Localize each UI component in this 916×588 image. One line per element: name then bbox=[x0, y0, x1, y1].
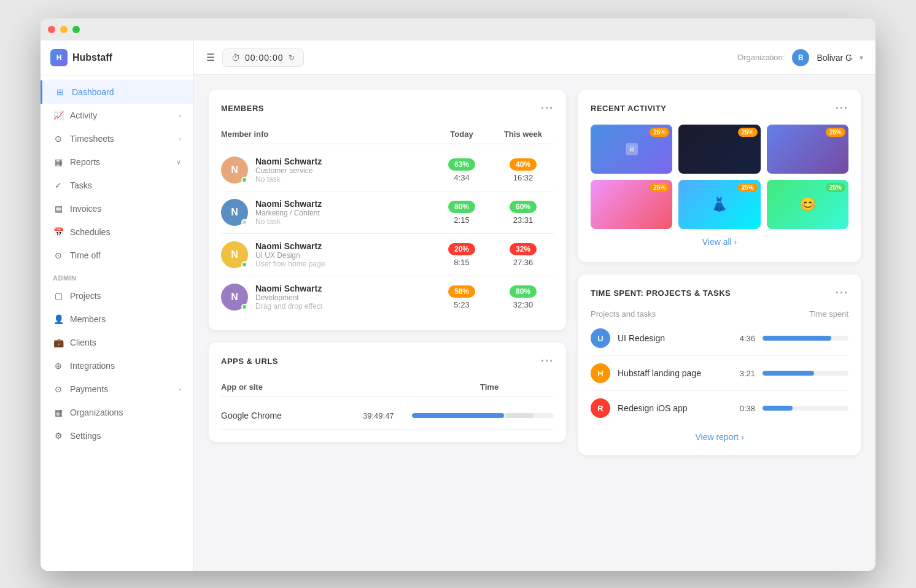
status-dot bbox=[241, 261, 247, 268]
today-time: 8:15 bbox=[454, 258, 469, 267]
sidebar-item-settings[interactable]: ⚙ Settings bbox=[41, 424, 193, 447]
activity-card-menu[interactable]: ··· bbox=[836, 102, 848, 115]
week-time: 32:30 bbox=[513, 300, 534, 309]
brand-name: Hubstaff bbox=[72, 52, 112, 63]
sidebar-item-schedules[interactable]: 📅 Schedules bbox=[41, 220, 193, 244]
ts-col-projects: Projects and tasks bbox=[591, 309, 656, 319]
apps-card: APPS & URLS ··· App or site Time Google … bbox=[209, 342, 566, 442]
organizations-icon: ▦ bbox=[53, 407, 64, 418]
sidebar-item-projects[interactable]: ▢ Projects bbox=[41, 284, 193, 308]
view-all-link[interactable]: View all › bbox=[591, 229, 848, 250]
col-week-stat: 32% 27:36 bbox=[492, 243, 554, 267]
activity-thumb-6[interactable]: 😊 25% bbox=[767, 180, 848, 229]
project-name: Hubstaff landing page bbox=[618, 368, 724, 378]
project-name: Redesign iOS app bbox=[618, 403, 724, 413]
timer-arrow-icon: ↻ bbox=[289, 53, 295, 62]
status-dot bbox=[241, 304, 247, 310]
main-content: MEMBERS ··· Member info Today This week … bbox=[194, 75, 875, 571]
activity-thumb-5[interactable]: 👗 25% bbox=[678, 180, 760, 229]
members-card-header: MEMBERS ··· bbox=[221, 102, 554, 115]
today-time: 2:15 bbox=[454, 215, 469, 225]
app-progress-bar bbox=[412, 413, 554, 418]
project-bar bbox=[763, 371, 848, 376]
timer-icon: ⏱ bbox=[231, 53, 240, 63]
members-table-header: Member info Today This week bbox=[221, 125, 554, 144]
project-bar-fill bbox=[763, 371, 814, 376]
activity-badge-3: 25% bbox=[826, 128, 845, 137]
today-badge: 58% bbox=[448, 285, 475, 298]
close-button[interactable] bbox=[48, 26, 55, 33]
col-member-header: Member info bbox=[221, 130, 431, 139]
project-avatar: U bbox=[591, 328, 610, 348]
project-row: H Hubstaff landing page 3:21 bbox=[591, 356, 848, 391]
activity-card-title: RECENT ACTIVITY bbox=[591, 104, 666, 113]
sidebar-item-clients[interactable]: 💼 Clients bbox=[41, 331, 193, 354]
payments-icon: ⊙ bbox=[53, 384, 64, 395]
sidebar-item-invoices[interactable]: ▤ Invoices bbox=[41, 197, 193, 220]
member-name: Naomi Schwartz bbox=[255, 284, 431, 293]
right-column: RECENT ACTIVITY ··· R 25% bbox=[578, 90, 861, 556]
reports-icon: ▦ bbox=[53, 157, 64, 168]
activity-badge-2: 25% bbox=[738, 128, 758, 137]
col-today-stat: 80% 2:15 bbox=[431, 201, 492, 225]
chevron-down-icon: ▾ bbox=[860, 53, 863, 62]
invoices-icon: ▤ bbox=[53, 203, 64, 214]
col-today-stat: 58% 5:23 bbox=[431, 285, 492, 309]
time-spent-table-header: Projects and tasks Time spent bbox=[591, 309, 848, 319]
week-time: 16:32 bbox=[513, 173, 534, 182]
view-report-link[interactable]: View report › bbox=[591, 425, 848, 443]
tasks-icon: ✓ bbox=[53, 180, 64, 191]
app-progress-fill2 bbox=[505, 413, 534, 418]
sidebar-item-members[interactable]: 👤 Members bbox=[41, 308, 193, 331]
org-avatar: B bbox=[792, 49, 809, 66]
projects-icon: ▢ bbox=[53, 290, 64, 301]
sidebar-item-timesheets[interactable]: ⊙ Timesheets ‹ bbox=[41, 127, 193, 150]
week-badge: 40% bbox=[510, 158, 537, 171]
members-card: MEMBERS ··· Member info Today This week … bbox=[209, 90, 566, 330]
member-row: N Naomi Schwartz Development Drag and dr… bbox=[221, 276, 554, 318]
apps-card-menu[interactable]: ··· bbox=[541, 355, 554, 368]
sidebar-item-activity[interactable]: 📈 Activity ‹ bbox=[41, 104, 193, 127]
week-badge: 80% bbox=[510, 285, 537, 298]
timer-widget[interactable]: ⏱ 00:00:00 ↻ bbox=[222, 48, 304, 67]
member-avatar-wrap: N bbox=[221, 157, 248, 184]
time-spent-menu[interactable]: ··· bbox=[836, 287, 848, 300]
activity-thumb-2[interactable]: 25% bbox=[678, 125, 760, 174]
left-column: MEMBERS ··· Member info Today This week … bbox=[209, 90, 566, 556]
sidebar-item-time-off[interactable]: ⊙ Time off bbox=[41, 244, 193, 267]
app-time: 39:49:47 bbox=[363, 411, 412, 420]
sidebar-item-organizations[interactable]: ▦ Organizations bbox=[41, 401, 193, 424]
view-all-text: View all › bbox=[702, 237, 737, 247]
project-time: 4:36 bbox=[724, 334, 755, 343]
menu-toggle-button[interactable]: ☰ bbox=[206, 52, 215, 63]
timer-display: 00:00:00 bbox=[245, 53, 284, 63]
sidebar-item-tasks[interactable]: ✓ Tasks bbox=[41, 174, 193, 197]
sidebar-item-dashboard[interactable]: ⊞ Dashboard bbox=[41, 80, 193, 104]
chevron-right-icon: ‹ bbox=[179, 135, 181, 142]
member-task: Drag and drop effect bbox=[255, 302, 431, 311]
col-week-header: This week bbox=[492, 130, 554, 139]
col-week-stat: 80% 32:30 bbox=[492, 285, 554, 309]
members-card-menu[interactable]: ··· bbox=[541, 102, 554, 115]
minimize-button[interactable] bbox=[60, 26, 68, 33]
activity-thumb-4[interactable]: 25% bbox=[591, 180, 672, 229]
sidebar-item-payments[interactable]: ⊙ Payments ‹ bbox=[41, 377, 193, 401]
project-time: 3:21 bbox=[724, 369, 755, 378]
maximize-button[interactable] bbox=[72, 26, 80, 33]
project-name: UI Redesign bbox=[618, 333, 724, 343]
topbar: ☰ ⏱ 00:00:00 ↻ Organization: B Bolivar G… bbox=[194, 41, 875, 75]
titlebar bbox=[41, 18, 875, 41]
activity-icon: 📈 bbox=[53, 110, 64, 121]
status-dot bbox=[241, 177, 247, 183]
time-spent-title: TIME SPENT: PROJECTS & TASKS bbox=[591, 288, 731, 298]
apps-card-title: APPS & URLS bbox=[221, 357, 278, 366]
org-name: Bolivar G bbox=[817, 53, 852, 63]
settings-icon: ⚙ bbox=[53, 430, 64, 441]
sidebar-item-integrations[interactable]: ⊕ Integrations bbox=[41, 354, 193, 377]
today-badge: 80% bbox=[448, 201, 475, 213]
sidebar-item-reports[interactable]: ▦ Reports ∨ bbox=[41, 150, 193, 174]
activity-card: RECENT ACTIVITY ··· R 25% bbox=[578, 90, 861, 262]
activity-thumb-3[interactable]: 25% bbox=[767, 125, 848, 174]
activity-thumb-1[interactable]: R 25% bbox=[591, 125, 672, 174]
project-row: R Redesign iOS app 0:38 bbox=[591, 391, 848, 425]
